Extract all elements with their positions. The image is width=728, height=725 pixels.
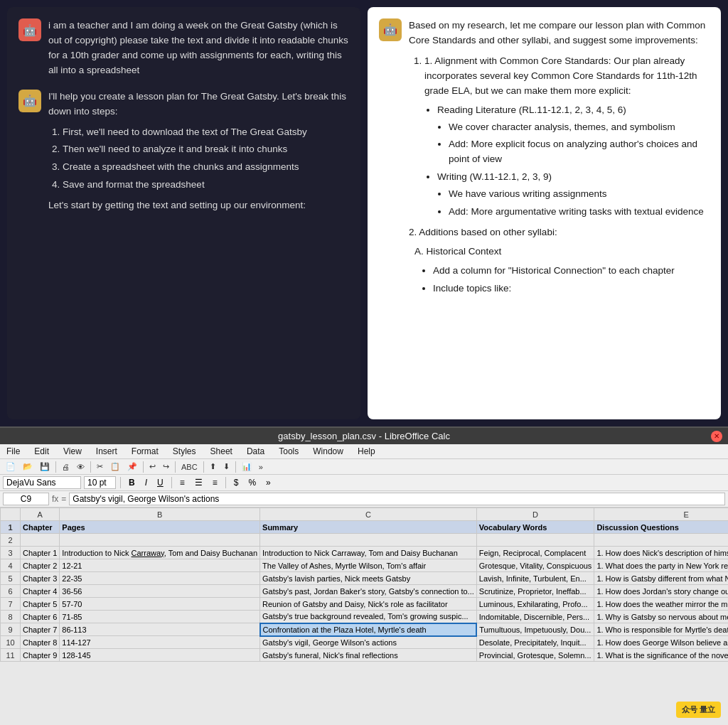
formula-input[interactable]	[69, 493, 725, 505]
cell-10-3[interactable]: Desolate, Precipitately, Inquit...	[476, 636, 594, 649]
cell-2-4[interactable]	[594, 534, 728, 547]
cell-4-1[interactable]: 12-21	[60, 559, 260, 572]
toolbar-paste[interactable]: 📌	[124, 461, 140, 473]
header-cell-4[interactable]: Discussion Questions	[594, 521, 728, 534]
currency-button[interactable]: $	[230, 476, 242, 489]
col-header-e[interactable]: E	[594, 508, 728, 521]
cell-reference-input[interactable]	[3, 493, 49, 505]
cell-11-3[interactable]: Provincial, Grotesque, Solemn...	[476, 649, 594, 662]
cell-8-0[interactable]: Chapter 6	[21, 611, 60, 623]
menu-styles[interactable]: Styles	[171, 446, 198, 457]
cell-11-2[interactable]: Gatsby's funeral, Nick's final reflectio…	[260, 649, 477, 662]
cell-4-4[interactable]: 1. What does the party in New York revea…	[594, 559, 728, 572]
toolbar-cut[interactable]: ✂	[94, 461, 106, 473]
cell-8-4[interactable]: 1. Why is Gatsby so nervous about meetin…	[594, 611, 728, 623]
row-num-7[interactable]: 7	[1, 598, 21, 611]
header-cell-0[interactable]: Chapter	[21, 521, 60, 534]
cell-11-4[interactable]: 1. What is the significance of the novel…	[594, 649, 728, 662]
cell-10-1[interactable]: 114-127	[60, 636, 260, 649]
cell-9-4[interactable]: 1. Who is responsible for Myrtle's death…	[594, 623, 728, 636]
header-cell-1[interactable]: Pages	[60, 521, 260, 534]
cell-9-0[interactable]: Chapter 7	[21, 623, 60, 636]
col-header-c[interactable]: C	[260, 508, 477, 521]
cell-10-0[interactable]: Chapter 8	[21, 636, 60, 649]
cell-8-3[interactable]: Indomitable, Discernible, Pers...	[476, 611, 594, 623]
bold-button[interactable]: B	[125, 476, 139, 489]
cell-6-3[interactable]: Scrutinize, Proprietor, Ineffab...	[476, 585, 594, 598]
cell-2-2[interactable]	[260, 534, 477, 547]
menu-format[interactable]: Format	[129, 446, 161, 457]
menu-data[interactable]: Data	[245, 446, 267, 457]
cell-7-4[interactable]: 1. How does the weather mirror the mood …	[594, 598, 728, 611]
row-num-6[interactable]: 6	[1, 585, 21, 598]
align-left-button[interactable]: ≡	[176, 476, 188, 489]
cell-5-1[interactable]: 22-35	[60, 572, 260, 585]
menu-file[interactable]: File	[4, 446, 22, 457]
cell-2-0[interactable]	[21, 534, 60, 547]
cell-11-0[interactable]: Chapter 9	[21, 649, 60, 662]
row-num-1[interactable]: 1	[1, 521, 21, 534]
close-button[interactable]: ✕	[711, 431, 722, 442]
toolbar-chart[interactable]: 📊	[239, 461, 255, 473]
cell-7-2[interactable]: Reunion of Gatsby and Daisy, Nick's role…	[260, 598, 477, 611]
cell-5-2[interactable]: Gatsby's lavish parties, Nick meets Gats…	[260, 572, 477, 585]
cell-6-2[interactable]: Gatsby's past, Jordan Baker's story, Gat…	[260, 585, 477, 598]
toolbar-copy[interactable]: 📋	[107, 461, 123, 473]
row-num-9[interactable]: 9	[1, 623, 21, 636]
cell-10-4[interactable]: 1. How does George Wilson believe about …	[594, 636, 728, 649]
col-header-a[interactable]: A	[21, 508, 60, 521]
align-right-button[interactable]: ≡	[209, 476, 221, 489]
cell-10-2[interactable]: Gatsby's vigil, George Wilson's actions	[260, 636, 477, 649]
toolbar-redo[interactable]: ↪	[160, 461, 172, 473]
cell-5-3[interactable]: Lavish, Infinite, Turbulent, En...	[476, 572, 594, 585]
cell-8-1[interactable]: 71-85	[60, 611, 260, 623]
toolbar-open[interactable]: 📂	[20, 461, 36, 473]
cell-11-1[interactable]: 128-145	[60, 649, 260, 662]
toolbar-more[interactable]: »	[256, 461, 266, 473]
cell-3-1[interactable]: Introduction to Nick Carraway, Tom and D…	[60, 547, 260, 559]
cell-4-2[interactable]: The Valley of Ashes, Myrtle Wilson, Tom'…	[260, 559, 477, 572]
row-num-8[interactable]: 8	[1, 611, 21, 623]
toolbar-print[interactable]: 🖨	[59, 461, 73, 473]
col-header-d[interactable]: D	[476, 508, 594, 521]
format-more[interactable]: »	[262, 476, 274, 489]
row-num-2[interactable]: 2	[1, 534, 21, 547]
header-cell-2[interactable]: Summary	[260, 521, 477, 534]
cell-3-4[interactable]: 1. How does Nick's description of himsel…	[594, 547, 728, 559]
toolbar-spell[interactable]: ABC	[178, 461, 200, 473]
menu-tools[interactable]: Tools	[277, 446, 301, 457]
cell-3-2[interactable]: Introduction to Nick Carraway, Tom and D…	[260, 547, 477, 559]
font-name-input[interactable]	[3, 476, 81, 489]
align-center-button[interactable]: ☰	[191, 476, 206, 489]
menu-help[interactable]: Help	[355, 446, 378, 457]
toolbar-new[interactable]: 📄	[3, 461, 18, 473]
row-num-5[interactable]: 5	[1, 572, 21, 585]
row-num-4[interactable]: 4	[1, 559, 21, 572]
menu-edit[interactable]: Edit	[32, 446, 51, 457]
spreadsheet-scroll[interactable]: A B C D E F 1ChapterPagesSummaryVocabula…	[0, 508, 728, 725]
cell-6-1[interactable]: 36-56	[60, 585, 260, 598]
menu-insert[interactable]: Insert	[94, 446, 119, 457]
toolbar-preview[interactable]: 👁	[74, 461, 87, 473]
cell-6-4[interactable]: 1. How does Jordan's story change our un…	[594, 585, 728, 598]
row-num-11[interactable]: 11	[1, 649, 21, 662]
cell-7-0[interactable]: Chapter 5	[21, 598, 60, 611]
cell-9-2[interactable]: Confrontation at the Plaza Hotel, Myrtle…	[260, 623, 477, 636]
row-num-3[interactable]: 3	[1, 547, 21, 559]
menu-window[interactable]: Window	[311, 446, 346, 457]
row-num-10[interactable]: 10	[1, 636, 21, 649]
menu-view[interactable]: View	[61, 446, 84, 457]
cell-3-0[interactable]: Chapter 1	[21, 547, 60, 559]
cell-2-3[interactable]	[476, 534, 594, 547]
toolbar-sort-asc[interactable]: ⬆	[207, 461, 219, 473]
menu-sheet[interactable]: Sheet	[208, 446, 235, 457]
cell-5-4[interactable]: 1. How is Gatsby different from what Nic…	[594, 572, 728, 585]
cell-3-3[interactable]: Feign, Reciprocal, Complacent	[476, 547, 594, 559]
cell-4-0[interactable]: Chapter 2	[21, 559, 60, 572]
cell-5-0[interactable]: Chapter 3	[21, 572, 60, 585]
font-size-input[interactable]	[84, 476, 116, 489]
underline-button[interactable]: U	[154, 476, 167, 489]
cell-6-0[interactable]: Chapter 4	[21, 585, 60, 598]
toolbar-sort-desc[interactable]: ⬇	[220, 461, 232, 473]
cell-8-2[interactable]: Gatsby's true background revealed, Tom's…	[260, 611, 477, 623]
